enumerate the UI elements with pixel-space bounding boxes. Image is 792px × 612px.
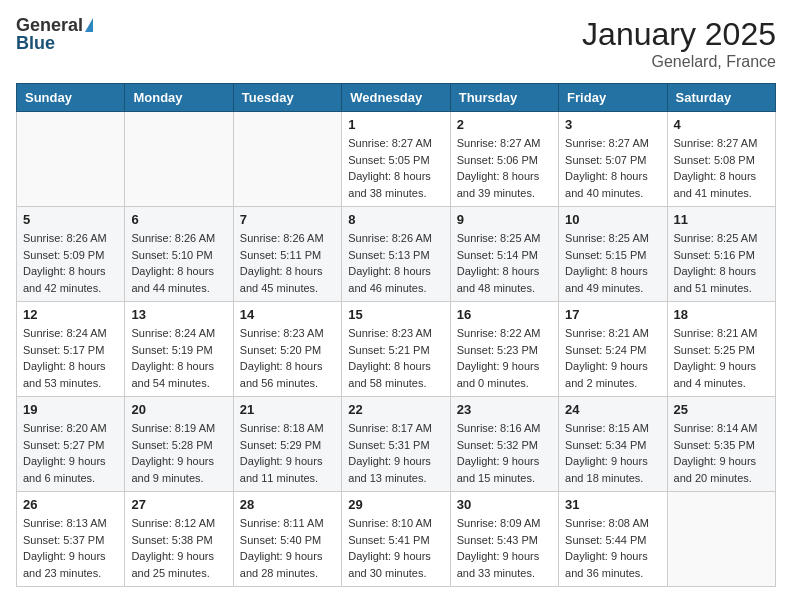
day-number: 16	[457, 307, 552, 322]
cell-line: Sunset: 5:31 PM	[348, 437, 443, 454]
calendar-cell: 16Sunrise: 8:22 AMSunset: 5:23 PMDayligh…	[450, 302, 558, 397]
calendar-cell: 20Sunrise: 8:19 AMSunset: 5:28 PMDayligh…	[125, 397, 233, 492]
cell-line: and 49 minutes.	[565, 280, 660, 297]
cell-line: Daylight: 8 hours	[131, 358, 226, 375]
calendar-header-saturday: Saturday	[667, 84, 775, 112]
calendar-cell: 29Sunrise: 8:10 AMSunset: 5:41 PMDayligh…	[342, 492, 450, 587]
calendar-cell	[125, 112, 233, 207]
cell-line: Sunrise: 8:12 AM	[131, 515, 226, 532]
calendar-cell: 12Sunrise: 8:24 AMSunset: 5:17 PMDayligh…	[17, 302, 125, 397]
day-number: 4	[674, 117, 769, 132]
cell-line: Sunrise: 8:24 AM	[23, 325, 118, 342]
calendar-header-sunday: Sunday	[17, 84, 125, 112]
cell-content: Sunrise: 8:21 AMSunset: 5:24 PMDaylight:…	[565, 325, 660, 391]
day-number: 21	[240, 402, 335, 417]
cell-line: Sunset: 5:32 PM	[457, 437, 552, 454]
calendar-cell: 31Sunrise: 8:08 AMSunset: 5:44 PMDayligh…	[559, 492, 667, 587]
cell-content: Sunrise: 8:20 AMSunset: 5:27 PMDaylight:…	[23, 420, 118, 486]
calendar-week-row: 1Sunrise: 8:27 AMSunset: 5:05 PMDaylight…	[17, 112, 776, 207]
cell-line: Sunset: 5:40 PM	[240, 532, 335, 549]
cell-content: Sunrise: 8:16 AMSunset: 5:32 PMDaylight:…	[457, 420, 552, 486]
cell-line: and 33 minutes.	[457, 565, 552, 582]
cell-line: Sunset: 5:06 PM	[457, 152, 552, 169]
cell-content: Sunrise: 8:26 AMSunset: 5:13 PMDaylight:…	[348, 230, 443, 296]
day-number: 13	[131, 307, 226, 322]
day-number: 18	[674, 307, 769, 322]
day-number: 27	[131, 497, 226, 512]
cell-content: Sunrise: 8:08 AMSunset: 5:44 PMDaylight:…	[565, 515, 660, 581]
cell-line: Sunrise: 8:26 AM	[131, 230, 226, 247]
calendar-cell	[233, 112, 341, 207]
cell-content: Sunrise: 8:25 AMSunset: 5:16 PMDaylight:…	[674, 230, 769, 296]
cell-line: Sunrise: 8:27 AM	[348, 135, 443, 152]
cell-line: Sunset: 5:24 PM	[565, 342, 660, 359]
day-number: 12	[23, 307, 118, 322]
calendar-cell: 8Sunrise: 8:26 AMSunset: 5:13 PMDaylight…	[342, 207, 450, 302]
cell-line: Sunset: 5:23 PM	[457, 342, 552, 359]
logo-blue-text: Blue	[16, 34, 55, 52]
cell-line: and 0 minutes.	[457, 375, 552, 392]
calendar-header-friday: Friday	[559, 84, 667, 112]
cell-content: Sunrise: 8:10 AMSunset: 5:41 PMDaylight:…	[348, 515, 443, 581]
cell-line: and 36 minutes.	[565, 565, 660, 582]
cell-line: Sunrise: 8:23 AM	[348, 325, 443, 342]
cell-line: Sunset: 5:29 PM	[240, 437, 335, 454]
cell-line: Sunset: 5:09 PM	[23, 247, 118, 264]
cell-line: Sunset: 5:38 PM	[131, 532, 226, 549]
cell-line: and 51 minutes.	[674, 280, 769, 297]
day-number: 15	[348, 307, 443, 322]
cell-line: Daylight: 8 hours	[240, 263, 335, 280]
day-number: 3	[565, 117, 660, 132]
cell-line: Sunset: 5:07 PM	[565, 152, 660, 169]
day-number: 24	[565, 402, 660, 417]
cell-content: Sunrise: 8:17 AMSunset: 5:31 PMDaylight:…	[348, 420, 443, 486]
logo-icon	[85, 18, 93, 32]
cell-content: Sunrise: 8:18 AMSunset: 5:29 PMDaylight:…	[240, 420, 335, 486]
cell-line: Sunrise: 8:26 AM	[240, 230, 335, 247]
calendar-cell: 14Sunrise: 8:23 AMSunset: 5:20 PMDayligh…	[233, 302, 341, 397]
cell-line: and 48 minutes.	[457, 280, 552, 297]
cell-line: Sunset: 5:10 PM	[131, 247, 226, 264]
cell-line: Sunset: 5:41 PM	[348, 532, 443, 549]
cell-content: Sunrise: 8:24 AMSunset: 5:17 PMDaylight:…	[23, 325, 118, 391]
cell-line: and 45 minutes.	[240, 280, 335, 297]
day-number: 23	[457, 402, 552, 417]
cell-line: Daylight: 8 hours	[23, 358, 118, 375]
cell-line: and 13 minutes.	[348, 470, 443, 487]
cell-line: Sunset: 5:35 PM	[674, 437, 769, 454]
calendar-cell: 5Sunrise: 8:26 AMSunset: 5:09 PMDaylight…	[17, 207, 125, 302]
cell-line: Sunrise: 8:25 AM	[565, 230, 660, 247]
cell-content: Sunrise: 8:25 AMSunset: 5:14 PMDaylight:…	[457, 230, 552, 296]
cell-line: Sunrise: 8:26 AM	[348, 230, 443, 247]
cell-line: Sunrise: 8:24 AM	[131, 325, 226, 342]
day-number: 6	[131, 212, 226, 227]
cell-line: Daylight: 9 hours	[23, 548, 118, 565]
cell-line: Daylight: 8 hours	[565, 263, 660, 280]
cell-line: Daylight: 8 hours	[457, 263, 552, 280]
cell-line: and 28 minutes.	[240, 565, 335, 582]
calendar-cell: 18Sunrise: 8:21 AMSunset: 5:25 PMDayligh…	[667, 302, 775, 397]
cell-line: Sunrise: 8:16 AM	[457, 420, 552, 437]
cell-line: Daylight: 9 hours	[348, 453, 443, 470]
day-number: 10	[565, 212, 660, 227]
cell-content: Sunrise: 8:23 AMSunset: 5:20 PMDaylight:…	[240, 325, 335, 391]
cell-content: Sunrise: 8:26 AMSunset: 5:10 PMDaylight:…	[131, 230, 226, 296]
calendar-cell: 21Sunrise: 8:18 AMSunset: 5:29 PMDayligh…	[233, 397, 341, 492]
calendar-cell: 10Sunrise: 8:25 AMSunset: 5:15 PMDayligh…	[559, 207, 667, 302]
day-number: 30	[457, 497, 552, 512]
calendar-cell: 1Sunrise: 8:27 AMSunset: 5:05 PMDaylight…	[342, 112, 450, 207]
cell-line: Daylight: 8 hours	[348, 263, 443, 280]
cell-line: Daylight: 9 hours	[240, 548, 335, 565]
cell-line: and 58 minutes.	[348, 375, 443, 392]
calendar-cell: 28Sunrise: 8:11 AMSunset: 5:40 PMDayligh…	[233, 492, 341, 587]
cell-content: Sunrise: 8:09 AMSunset: 5:43 PMDaylight:…	[457, 515, 552, 581]
day-number: 5	[23, 212, 118, 227]
calendar-cell: 30Sunrise: 8:09 AMSunset: 5:43 PMDayligh…	[450, 492, 558, 587]
day-number: 14	[240, 307, 335, 322]
calendar-cell: 22Sunrise: 8:17 AMSunset: 5:31 PMDayligh…	[342, 397, 450, 492]
cell-line: and 54 minutes.	[131, 375, 226, 392]
cell-line: Daylight: 8 hours	[674, 168, 769, 185]
logo: General Blue	[16, 16, 93, 52]
cell-line: Sunset: 5:15 PM	[565, 247, 660, 264]
cell-line: Daylight: 9 hours	[457, 548, 552, 565]
